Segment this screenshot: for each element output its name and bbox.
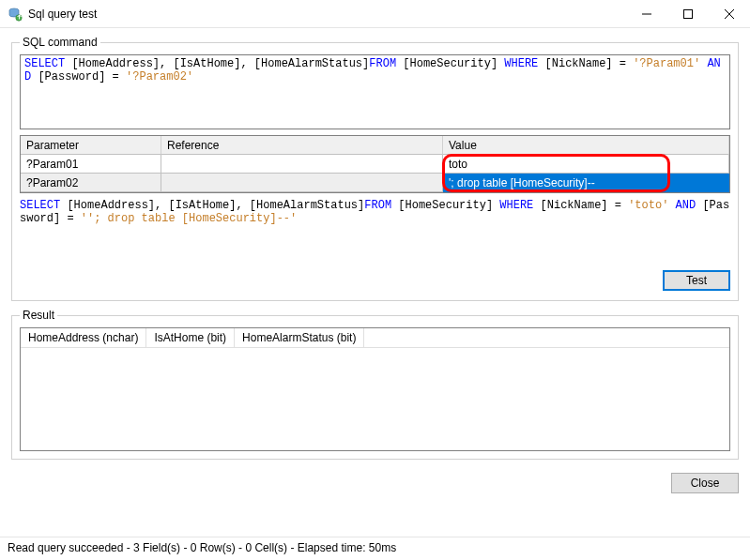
table-row[interactable]: ?Param02 '; drop table [HomeSecurity]-- — [21, 174, 729, 192]
cell-parameter[interactable]: ?Param01 — [21, 155, 161, 174]
table-row[interactable]: ?Param01 toto — [21, 155, 729, 174]
result-grid[interactable]: HomeAddress (nchar) IsAtHome (bit) HomeA… — [20, 327, 730, 451]
parameter-header-value[interactable]: Value — [443, 136, 729, 155]
test-button[interactable]: Test — [663, 270, 730, 291]
svg-rect-3 — [684, 9, 693, 18]
parameter-header-parameter[interactable]: Parameter — [21, 136, 161, 155]
parameter-header-row: Parameter Reference Value — [21, 136, 729, 155]
cell-value-selected[interactable]: '; drop table [HomeSecurity]-- — [443, 174, 729, 192]
app-icon — [8, 7, 23, 22]
parameter-table: Parameter Reference Value ?Param01 toto … — [20, 135, 730, 193]
sql-resolved-area: SELECT [HomeAddress], [IsAtHome], [HomeA… — [20, 199, 730, 265]
cell-parameter[interactable]: ?Param02 — [21, 174, 161, 192]
parameter-header-reference[interactable]: Reference — [161, 136, 443, 155]
sql-template-area[interactable]: SELECT [HomeAddress], [IsAtHome], [HomeA… — [20, 54, 730, 129]
sql-command-label: SQL command — [20, 36, 100, 49]
sql-command-group: SQL command SELECT [HomeAddress], [IsAtH… — [11, 36, 739, 301]
cell-reference[interactable] — [161, 155, 443, 174]
minimize-button[interactable] — [626, 0, 667, 28]
cell-reference[interactable] — [161, 174, 443, 192]
result-col-0[interactable]: HomeAddress (nchar) — [21, 328, 146, 347]
result-headers: HomeAddress (nchar) IsAtHome (bit) HomeA… — [21, 328, 729, 348]
titlebar: Sql query test — [0, 0, 750, 28]
result-col-1[interactable]: IsAtHome (bit) — [146, 328, 235, 347]
maximize-button[interactable] — [667, 0, 709, 28]
close-window-button[interactable] — [709, 0, 750, 28]
cell-value[interactable]: toto — [443, 155, 729, 174]
result-col-2[interactable]: HomeAlarmStatus (bit) — [235, 328, 364, 347]
result-group: Result HomeAddress (nchar) IsAtHome (bit… — [11, 309, 739, 460]
result-label: Result — [20, 309, 57, 322]
close-button[interactable]: Close — [671, 473, 739, 493]
window-title: Sql query test — [28, 8, 626, 21]
status-text: Read query succeeded - 3 Field(s) - 0 Ro… — [8, 541, 396, 554]
status-bar: Read query succeeded - 3 Field(s) - 0 Ro… — [0, 537, 750, 560]
